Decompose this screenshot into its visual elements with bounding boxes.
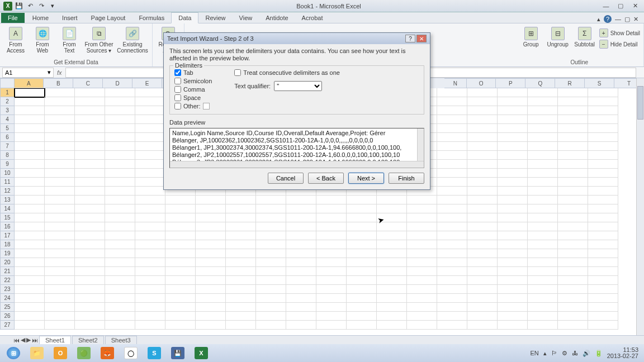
- cell[interactable]: [226, 276, 256, 285]
- cell[interactable]: [45, 240, 75, 249]
- cell[interactable]: [407, 231, 437, 240]
- cell[interactable]: [135, 124, 165, 133]
- cell[interactable]: [165, 196, 196, 204]
- cell[interactable]: [588, 240, 618, 249]
- cell[interactable]: [316, 204, 347, 213]
- cell[interactable]: [467, 151, 498, 160]
- cell[interactable]: [45, 169, 75, 178]
- help-icon[interactable]: ?: [604, 15, 612, 23]
- cell[interactable]: [588, 88, 618, 97]
- cell[interactable]: [437, 267, 467, 276]
- cell[interactable]: [196, 276, 226, 285]
- cell[interactable]: [105, 187, 135, 196]
- cell[interactable]: [256, 321, 286, 330]
- cell[interactable]: [437, 133, 467, 142]
- cell[interactable]: [226, 303, 256, 312]
- cell[interactable]: [437, 231, 467, 240]
- other-checkbox[interactable]: Other:: [174, 103, 212, 109]
- cell[interactable]: [75, 151, 105, 160]
- undo-icon[interactable]: ↶: [26, 2, 35, 11]
- cell[interactable]: [467, 97, 498, 106]
- cell[interactable]: [588, 294, 618, 303]
- cell[interactable]: [347, 204, 377, 213]
- cell[interactable]: [45, 124, 75, 133]
- cell[interactable]: [196, 303, 226, 312]
- cell[interactable]: [377, 213, 407, 222]
- qualifier-select[interactable]: ": [274, 81, 322, 91]
- cell[interactable]: [588, 97, 618, 106]
- tab-page-layout[interactable]: Page Layout: [84, 13, 132, 23]
- cell[interactable]: [558, 115, 588, 124]
- cell[interactable]: [407, 321, 437, 330]
- cell[interactable]: [75, 196, 105, 204]
- start-button[interactable]: ⊞: [2, 346, 25, 360]
- cell[interactable]: [45, 187, 75, 196]
- cell[interactable]: [256, 285, 286, 294]
- chevron-down-icon[interactable]: ▾: [48, 69, 51, 76]
- cell[interactable]: [467, 133, 498, 142]
- cell[interactable]: [467, 303, 498, 312]
- sheet-tab[interactable]: Sheet2: [72, 336, 104, 344]
- cell[interactable]: [75, 276, 105, 285]
- cell[interactable]: [498, 303, 528, 312]
- cell[interactable]: [45, 88, 75, 97]
- cell[interactable]: [286, 231, 316, 240]
- cell[interactable]: [196, 321, 226, 330]
- cell[interactable]: [528, 258, 558, 267]
- cell[interactable]: [437, 276, 467, 285]
- cell[interactable]: [286, 222, 316, 231]
- cell[interactable]: [226, 285, 256, 294]
- row-header[interactable]: 18: [0, 240, 15, 249]
- cell[interactable]: [467, 312, 498, 321]
- cell[interactable]: [45, 276, 75, 285]
- cell[interactable]: [15, 249, 45, 258]
- cell[interactable]: [286, 303, 316, 312]
- cell[interactable]: [105, 276, 135, 285]
- cell[interactable]: [316, 285, 347, 294]
- ungroup-button[interactable]: ⊟Ungroup: [546, 25, 570, 47]
- cell[interactable]: [467, 88, 498, 97]
- cell[interactable]: [316, 276, 347, 285]
- row-header[interactable]: 24: [0, 294, 15, 303]
- maximize-icon[interactable]: ▢: [615, 2, 626, 10]
- cell[interactable]: [165, 204, 196, 213]
- cell[interactable]: [15, 231, 45, 240]
- cell[interactable]: [105, 196, 135, 204]
- cell[interactable]: [528, 160, 558, 169]
- cell[interactable]: [286, 258, 316, 267]
- cell[interactable]: [15, 160, 45, 169]
- finish-button[interactable]: Finish: [389, 173, 424, 184]
- sheet-nav-first-icon[interactable]: ⏮: [13, 337, 20, 344]
- cell[interactable]: [437, 285, 467, 294]
- cell[interactable]: [528, 294, 558, 303]
- tab-home[interactable]: Home: [26, 13, 55, 23]
- cell[interactable]: [316, 213, 347, 222]
- row-header[interactable]: 9: [0, 160, 15, 169]
- cell[interactable]: [196, 312, 226, 321]
- cell[interactable]: [75, 124, 105, 133]
- cell[interactable]: [588, 222, 618, 231]
- cell[interactable]: [75, 115, 105, 124]
- excel-task[interactable]: X: [190, 346, 212, 360]
- row-header[interactable]: 12: [0, 187, 15, 196]
- cell[interactable]: [437, 88, 467, 97]
- cell[interactable]: [467, 106, 498, 115]
- cell[interactable]: [528, 303, 558, 312]
- cell[interactable]: [256, 204, 286, 213]
- cell[interactable]: [558, 187, 588, 196]
- cell[interactable]: [196, 267, 226, 276]
- cell[interactable]: [498, 142, 528, 151]
- cell[interactable]: [528, 142, 558, 151]
- sheet-nav-next-icon[interactable]: ▶: [26, 336, 31, 344]
- cell[interactable]: [437, 240, 467, 249]
- semicolon-checkbox[interactable]: Semicolon: [174, 78, 212, 84]
- cell[interactable]: [196, 240, 226, 249]
- cell[interactable]: [135, 213, 165, 222]
- cell[interactable]: [45, 285, 75, 294]
- cell[interactable]: [588, 285, 618, 294]
- sheet-tab[interactable]: Sheet3: [105, 336, 137, 344]
- col-header[interactable]: Q: [525, 78, 555, 88]
- subtotal-button[interactable]: ΣSubtotal: [572, 25, 597, 47]
- cell[interactable]: [467, 213, 498, 222]
- row-header[interactable]: 3: [0, 106, 15, 115]
